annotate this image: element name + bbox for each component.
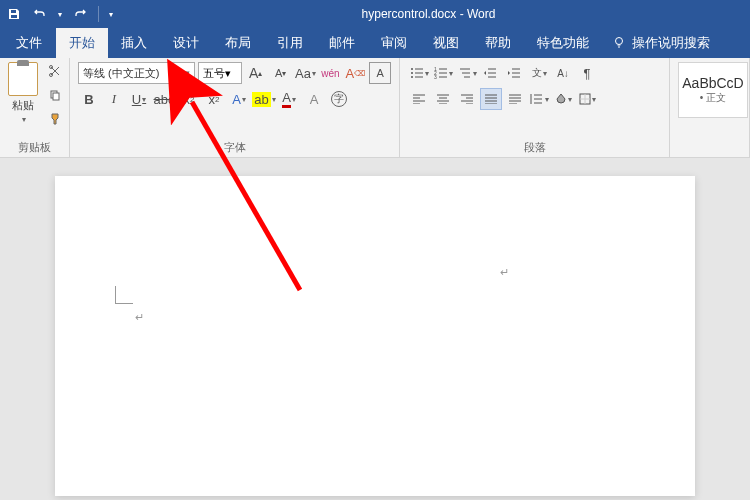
svg-point-5	[411, 68, 413, 70]
tell-me-search[interactable]: 操作说明搜索	[602, 28, 720, 58]
quick-access-toolbar: ▾ ▾	[6, 6, 113, 22]
svg-text:3: 3	[434, 74, 437, 79]
svg-point-7	[411, 76, 413, 78]
enclose-characters-button[interactable]: 字	[328, 88, 350, 110]
character-shading-button[interactable]: A	[303, 88, 325, 110]
style-normal[interactable]: AaBbCcD • 正文	[678, 62, 748, 118]
superscript-button[interactable]: x2	[203, 88, 225, 110]
cut-icon[interactable]	[46, 62, 64, 80]
margin-corner-mark	[115, 286, 133, 304]
chevron-down-icon: ▾	[185, 68, 190, 78]
undo-dropdown-icon[interactable]: ▾	[58, 10, 62, 19]
tab-special[interactable]: 特色功能	[524, 28, 602, 58]
group-font: 等线 (中文正文) ▾ 五号 ▾ A▴ A▾ Aa▾ wén A⌫ A B I …	[70, 58, 400, 157]
shading-button[interactable]: ▾	[552, 88, 574, 110]
tab-mailings[interactable]: 邮件	[316, 28, 368, 58]
document-title: hypercontrol.docx - Word	[113, 7, 744, 21]
style-name: • 正文	[700, 91, 726, 105]
clipboard-icon	[8, 62, 38, 96]
group-styles: AaBbCcD • 正文	[670, 58, 750, 157]
tab-home[interactable]: 开始	[56, 28, 108, 58]
distributed-button[interactable]	[504, 88, 526, 110]
tab-file[interactable]: 文件	[2, 28, 56, 58]
asian-layout-button[interactable]: 文▾	[528, 62, 550, 84]
font-color-button[interactable]: A▾	[278, 88, 300, 110]
line-spacing-button[interactable]: ▾	[528, 88, 550, 110]
svg-rect-4	[53, 93, 59, 100]
font-size-value: 五号	[203, 66, 225, 81]
subscript-button[interactable]: x2	[178, 88, 200, 110]
qat-separator	[98, 6, 99, 22]
align-left-button[interactable]	[408, 88, 430, 110]
clipboard-group-label: 剪贴板	[8, 140, 61, 155]
change-case-button[interactable]: Aa▾	[294, 62, 316, 84]
italic-button[interactable]: I	[103, 88, 125, 110]
paste-dropdown-icon[interactable]: ▾	[22, 115, 26, 124]
title-bar: ▾ ▾ hypercontrol.docx - Word	[0, 0, 750, 28]
font-size-selector[interactable]: 五号 ▾	[198, 62, 242, 84]
group-clipboard: 粘贴 ▾ 剪贴板	[0, 58, 70, 157]
tab-review[interactable]: 审阅	[368, 28, 420, 58]
decrease-indent-button[interactable]	[480, 62, 502, 84]
save-icon[interactable]	[6, 6, 22, 22]
document-page[interactable]: ↵ ↵	[55, 176, 695, 496]
font-group-label: 字体	[78, 140, 391, 155]
svg-point-6	[411, 72, 413, 74]
bold-button[interactable]: B	[78, 88, 100, 110]
redo-icon[interactable]	[72, 6, 88, 22]
paragraph-group-label: 段落	[408, 140, 661, 155]
undo-icon[interactable]	[32, 6, 48, 22]
clear-formatting-button[interactable]: A⌫	[344, 62, 366, 84]
svg-point-0	[616, 38, 623, 45]
increase-indent-button[interactable]	[504, 62, 526, 84]
tab-layout[interactable]: 布局	[212, 28, 264, 58]
group-paragraph: ▾ 123▾ ▾ 文▾ A↓ ¶ ▾ ▾ ▾ 段落	[400, 58, 670, 157]
tell-me-label: 操作说明搜索	[632, 34, 710, 52]
paragraph-mark-icon: ↵	[500, 266, 509, 279]
multilevel-list-button[interactable]: ▾	[456, 62, 478, 84]
align-right-button[interactable]	[456, 88, 478, 110]
justify-button[interactable]	[480, 88, 502, 110]
show-marks-button[interactable]: ¶	[576, 62, 598, 84]
chevron-down-icon: ▾	[225, 67, 231, 80]
paste-label: 粘贴	[12, 98, 34, 113]
font-name-value: 等线 (中文正文)	[83, 66, 159, 81]
lightbulb-icon	[612, 36, 626, 50]
tab-design[interactable]: 设计	[160, 28, 212, 58]
ribbon: 粘贴 ▾ 剪贴板 等线 (中文正文) ▾	[0, 58, 750, 158]
highlight-button[interactable]: ab▾	[253, 88, 275, 110]
tab-insert[interactable]: 插入	[108, 28, 160, 58]
tab-help[interactable]: 帮助	[472, 28, 524, 58]
text-effects-button[interactable]: A▾	[228, 88, 250, 110]
format-painter-icon[interactable]	[46, 110, 64, 128]
strikethrough-button[interactable]: abc	[153, 88, 175, 110]
font-name-selector[interactable]: 等线 (中文正文) ▾	[78, 62, 195, 84]
tab-references[interactable]: 引用	[264, 28, 316, 58]
paragraph-mark-icon: ↵	[135, 311, 144, 324]
shrink-font-button[interactable]: A▾	[270, 62, 292, 84]
sort-button[interactable]: A↓	[552, 62, 574, 84]
paste-button[interactable]: 粘贴 ▾	[8, 62, 38, 128]
borders-button[interactable]: ▾	[576, 88, 598, 110]
copy-icon[interactable]	[46, 86, 64, 104]
document-area: ↵ ↵	[0, 158, 750, 500]
ribbon-tabs: 文件 开始 插入 设计 布局 引用 邮件 审阅 视图 帮助 特色功能 操作说明搜…	[0, 28, 750, 58]
character-border-button[interactable]: A	[369, 62, 391, 84]
underline-button[interactable]: U▾	[128, 88, 150, 110]
numbering-button[interactable]: 123▾	[432, 62, 454, 84]
style-preview-text: AaBbCcD	[682, 75, 743, 91]
align-center-button[interactable]	[432, 88, 454, 110]
grow-font-button[interactable]: A▴	[245, 62, 267, 84]
tab-view[interactable]: 视图	[420, 28, 472, 58]
phonetic-guide-button[interactable]: wén	[319, 62, 341, 84]
bullets-button[interactable]: ▾	[408, 62, 430, 84]
